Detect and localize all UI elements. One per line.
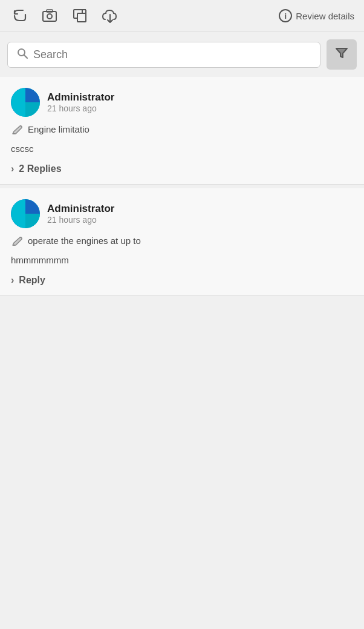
search-input-wrapper — [7, 42, 320, 68]
search-bar-area — [0, 32, 364, 77]
filter-button[interactable] — [327, 39, 357, 70]
empty-area — [0, 296, 364, 423]
pencil-icon — [11, 236, 23, 251]
avatar — [11, 88, 40, 117]
replies-label: 2 Replies — [19, 163, 61, 174]
toolbar: i Review details — [0, 0, 364, 32]
replies-button[interactable]: › 2 Replies — [11, 163, 353, 174]
download-cloud-icon[interactable] — [100, 6, 120, 25]
filter-icon — [335, 46, 348, 63]
comment-icon-row: operate the engines at up to — [11, 235, 353, 251]
comment-annotation-text: Engine limitatio — [28, 124, 89, 134]
comment-icon-row: Engine limitatio — [11, 124, 353, 140]
comment-subtext: hmmmmmmm — [11, 255, 353, 265]
svg-marker-10 — [336, 48, 347, 58]
comment-subtext: cscsc — [11, 143, 353, 154]
info-icon: i — [279, 9, 292, 22]
reply-button[interactable]: › Reply — [11, 275, 353, 286]
comment-time: 21 hours ago — [47, 104, 114, 113]
comment-author: Administrator — [47, 91, 114, 104]
comment-meta: Administrator 21 hours ago — [47, 203, 114, 225]
avatar — [11, 199, 40, 228]
comment-card: Administrator 21 hours ago operate the e… — [0, 188, 364, 296]
svg-point-1 — [47, 14, 52, 19]
review-details-button[interactable]: i Review details — [279, 9, 354, 22]
comment-header: Administrator 21 hours ago — [11, 88, 353, 117]
comment-header: Administrator 21 hours ago — [11, 199, 353, 228]
comment-author: Administrator — [47, 203, 114, 215]
comment-annotation-text: operate the engines at up to — [28, 235, 141, 246]
svg-line-9 — [24, 55, 27, 58]
chevron-right-icon: › — [11, 163, 14, 174]
comment-body: operate the engines at up to hmmmmmmm — [11, 235, 353, 265]
comment-card: Administrator 21 hours ago Engine limita… — [0, 77, 364, 185]
pencil-icon — [11, 125, 23, 140]
svg-rect-0 — [43, 12, 56, 21]
review-details-label: Review details — [296, 11, 354, 21]
camera-icon[interactable] — [40, 6, 59, 25]
search-input[interactable] — [33, 48, 311, 61]
export-icon[interactable] — [70, 6, 89, 25]
comments-list: Administrator 21 hours ago Engine limita… — [0, 77, 364, 296]
svg-rect-4 — [77, 13, 86, 22]
comment-time: 21 hours ago — [47, 215, 114, 225]
search-icon — [16, 47, 28, 62]
undo-icon[interactable] — [10, 6, 29, 25]
comment-meta: Administrator 21 hours ago — [47, 91, 114, 113]
chevron-right-icon: › — [11, 275, 14, 286]
reply-label: Reply — [19, 275, 45, 286]
comment-body: Engine limitatio cscsc — [11, 124, 353, 154]
